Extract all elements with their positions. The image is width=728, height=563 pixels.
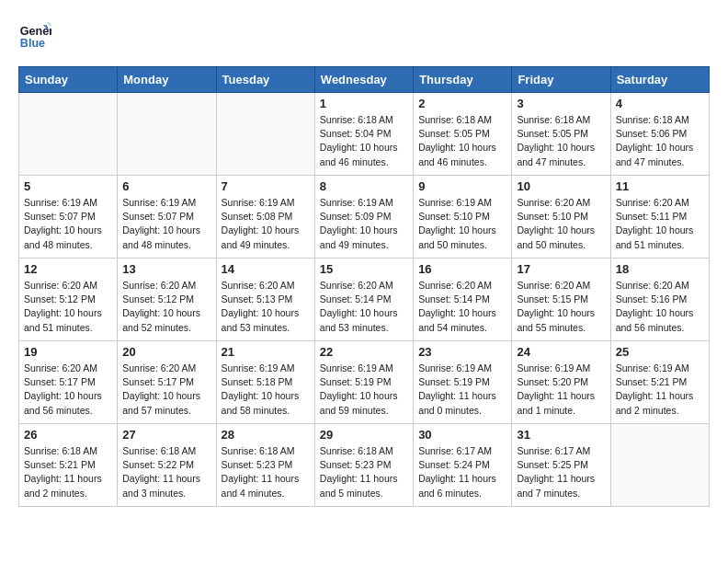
day-info: Sunrise: 6:20 AM Sunset: 5:14 PM Dayligh… [320, 279, 408, 335]
col-header-thursday: Thursday [414, 67, 512, 93]
day-info: Sunrise: 6:20 AM Sunset: 5:14 PM Dayligh… [418, 279, 506, 335]
day-cell: 13Sunrise: 6:20 AM Sunset: 5:12 PM Dayli… [118, 259, 216, 341]
day-info: Sunrise: 6:18 AM Sunset: 5:04 PM Dayligh… [320, 113, 408, 169]
day-number: 24 [517, 345, 605, 359]
logo: General Blue [18, 18, 57, 52]
day-number: 31 [517, 428, 605, 442]
day-cell [216, 93, 314, 176]
day-cell: 4Sunrise: 6:18 AM Sunset: 5:06 PM Daylig… [610, 93, 709, 176]
day-info: Sunrise: 6:19 AM Sunset: 5:21 PM Dayligh… [616, 362, 704, 418]
day-number: 2 [418, 97, 506, 110]
day-info: Sunrise: 6:18 AM Sunset: 5:06 PM Dayligh… [616, 113, 704, 169]
day-info: Sunrise: 6:18 AM Sunset: 5:05 PM Dayligh… [517, 113, 605, 169]
day-number: 28 [222, 428, 310, 442]
day-cell: 12Sunrise: 6:20 AM Sunset: 5:12 PM Dayli… [19, 259, 118, 341]
day-cell [610, 424, 709, 507]
col-header-sunday: Sunday [19, 67, 118, 93]
day-cell: 20Sunrise: 6:20 AM Sunset: 5:17 PM Dayli… [118, 341, 216, 424]
day-number: 15 [320, 262, 408, 276]
week-row-4: 19Sunrise: 6:20 AM Sunset: 5:17 PM Dayli… [19, 341, 710, 424]
day-info: Sunrise: 6:19 AM Sunset: 5:18 PM Dayligh… [222, 362, 310, 418]
calendar-table: SundayMondayTuesdayWednesdayThursdayFrid… [18, 66, 710, 507]
day-cell: 24Sunrise: 6:19 AM Sunset: 5:20 PM Dayli… [512, 341, 610, 424]
day-number: 17 [517, 262, 605, 276]
day-number: 3 [517, 97, 605, 110]
day-number: 5 [24, 179, 112, 193]
day-number: 7 [222, 179, 310, 193]
day-info: Sunrise: 6:19 AM Sunset: 5:19 PM Dayligh… [320, 362, 408, 418]
day-cell: 22Sunrise: 6:19 AM Sunset: 5:19 PM Dayli… [314, 341, 413, 424]
day-cell: 10Sunrise: 6:20 AM Sunset: 5:10 PM Dayli… [512, 176, 610, 259]
day-info: Sunrise: 6:20 AM Sunset: 5:12 PM Dayligh… [24, 279, 112, 335]
day-cell: 25Sunrise: 6:19 AM Sunset: 5:21 PM Dayli… [610, 341, 709, 424]
day-cell: 26Sunrise: 6:18 AM Sunset: 5:21 PM Dayli… [19, 424, 118, 507]
day-cell: 3Sunrise: 6:18 AM Sunset: 5:05 PM Daylig… [512, 93, 610, 176]
day-info: Sunrise: 6:19 AM Sunset: 5:07 PM Dayligh… [24, 196, 112, 252]
day-info: Sunrise: 6:19 AM Sunset: 5:08 PM Dayligh… [222, 196, 310, 252]
day-number: 4 [616, 97, 704, 110]
day-info: Sunrise: 6:18 AM Sunset: 5:22 PM Dayligh… [122, 444, 210, 500]
day-number: 19 [24, 345, 112, 359]
day-number: 10 [517, 179, 605, 193]
day-info: Sunrise: 6:19 AM Sunset: 5:20 PM Dayligh… [517, 362, 605, 418]
day-cell: 2Sunrise: 6:18 AM Sunset: 5:05 PM Daylig… [414, 93, 512, 176]
week-row-2: 5Sunrise: 6:19 AM Sunset: 5:07 PM Daylig… [19, 176, 710, 259]
day-cell: 15Sunrise: 6:20 AM Sunset: 5:14 PM Dayli… [314, 259, 413, 341]
week-row-3: 12Sunrise: 6:20 AM Sunset: 5:12 PM Dayli… [19, 259, 710, 341]
week-row-5: 26Sunrise: 6:18 AM Sunset: 5:21 PM Dayli… [19, 424, 710, 507]
day-info: Sunrise: 6:19 AM Sunset: 5:10 PM Dayligh… [418, 196, 506, 252]
day-cell: 30Sunrise: 6:17 AM Sunset: 5:24 PM Dayli… [414, 424, 512, 507]
day-info: Sunrise: 6:17 AM Sunset: 5:25 PM Dayligh… [517, 444, 605, 500]
day-cell: 11Sunrise: 6:20 AM Sunset: 5:11 PM Dayli… [610, 176, 709, 259]
day-cell: 21Sunrise: 6:19 AM Sunset: 5:18 PM Dayli… [216, 341, 314, 424]
day-cell: 14Sunrise: 6:20 AM Sunset: 5:13 PM Dayli… [216, 259, 314, 341]
day-number: 27 [122, 428, 210, 442]
day-cell [19, 93, 118, 176]
day-cell: 1Sunrise: 6:18 AM Sunset: 5:04 PM Daylig… [314, 93, 413, 176]
col-header-monday: Monday [118, 67, 216, 93]
day-info: Sunrise: 6:19 AM Sunset: 5:07 PM Dayligh… [122, 196, 210, 252]
day-cell: 23Sunrise: 6:19 AM Sunset: 5:19 PM Dayli… [414, 341, 512, 424]
day-number: 13 [122, 262, 210, 276]
day-info: Sunrise: 6:20 AM Sunset: 5:11 PM Dayligh… [616, 196, 704, 252]
day-cell: 9Sunrise: 6:19 AM Sunset: 5:10 PM Daylig… [414, 176, 512, 259]
day-cell: 28Sunrise: 6:18 AM Sunset: 5:23 PM Dayli… [216, 424, 314, 507]
day-number: 14 [222, 262, 310, 276]
day-info: Sunrise: 6:20 AM Sunset: 5:16 PM Dayligh… [616, 279, 704, 335]
day-cell: 17Sunrise: 6:20 AM Sunset: 5:15 PM Dayli… [512, 259, 610, 341]
page-header: General Blue [18, 18, 710, 52]
week-row-1: 1Sunrise: 6:18 AM Sunset: 5:04 PM Daylig… [19, 93, 710, 176]
day-info: Sunrise: 6:18 AM Sunset: 5:23 PM Dayligh… [222, 444, 310, 500]
day-info: Sunrise: 6:18 AM Sunset: 5:23 PM Dayligh… [320, 444, 408, 500]
day-number: 6 [122, 179, 210, 193]
day-info: Sunrise: 6:17 AM Sunset: 5:24 PM Dayligh… [418, 444, 506, 500]
day-number: 21 [222, 345, 310, 359]
day-number: 11 [616, 179, 704, 193]
day-cell: 8Sunrise: 6:19 AM Sunset: 5:09 PM Daylig… [314, 176, 413, 259]
day-cell: 16Sunrise: 6:20 AM Sunset: 5:14 PM Dayli… [414, 259, 512, 341]
logo-icon: General Blue [18, 18, 51, 52]
day-info: Sunrise: 6:20 AM Sunset: 5:13 PM Dayligh… [222, 279, 310, 335]
day-number: 26 [24, 428, 112, 442]
day-number: 22 [320, 345, 408, 359]
svg-text:Blue: Blue [20, 37, 45, 50]
day-info: Sunrise: 6:18 AM Sunset: 5:05 PM Dayligh… [418, 113, 506, 169]
day-info: Sunrise: 6:20 AM Sunset: 5:12 PM Dayligh… [122, 279, 210, 335]
day-number: 16 [418, 262, 506, 276]
day-number: 29 [320, 428, 408, 442]
day-info: Sunrise: 6:19 AM Sunset: 5:19 PM Dayligh… [418, 362, 506, 418]
day-cell: 18Sunrise: 6:20 AM Sunset: 5:16 PM Dayli… [610, 259, 709, 341]
day-cell: 29Sunrise: 6:18 AM Sunset: 5:23 PM Dayli… [314, 424, 413, 507]
day-cell: 19Sunrise: 6:20 AM Sunset: 5:17 PM Dayli… [19, 341, 118, 424]
day-number: 18 [616, 262, 704, 276]
col-header-friday: Friday [512, 67, 610, 93]
day-number: 20 [122, 345, 210, 359]
day-number: 12 [24, 262, 112, 276]
day-number: 30 [418, 428, 506, 442]
day-number: 1 [320, 97, 408, 110]
day-number: 23 [418, 345, 506, 359]
day-number: 8 [320, 179, 408, 193]
day-info: Sunrise: 6:18 AM Sunset: 5:21 PM Dayligh… [24, 444, 112, 500]
day-cell [118, 93, 216, 176]
day-info: Sunrise: 6:20 AM Sunset: 5:15 PM Dayligh… [517, 279, 605, 335]
